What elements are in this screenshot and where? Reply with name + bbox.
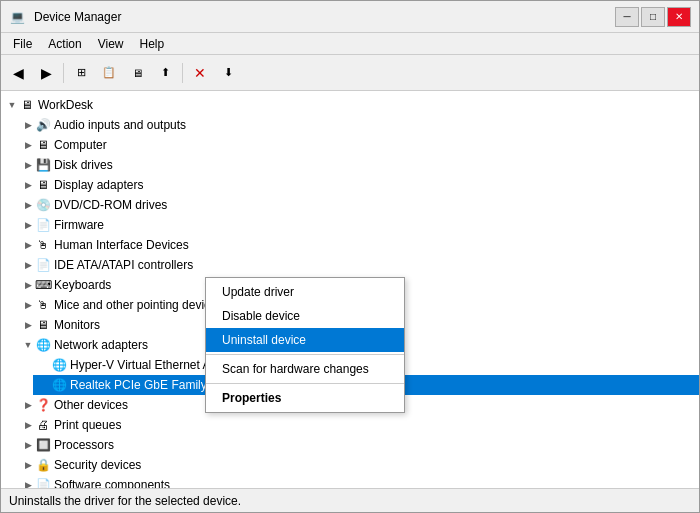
expander-other: ▶ (21, 398, 35, 412)
label-print: Print queues (54, 418, 121, 432)
close-button[interactable]: ✕ (667, 7, 691, 27)
tree-print[interactable]: ▶ 🖨 Print queues (17, 415, 699, 435)
tree-firmware[interactable]: ▶ 📄 Firmware (17, 215, 699, 235)
expander-keyboards: ▶ (21, 278, 35, 292)
expander-workdesk: ▼ (5, 98, 19, 112)
icon-workdesk: 🖥 (19, 97, 35, 113)
label-workdesk: WorkDesk (38, 98, 93, 112)
main-area: TheWindowsClub ▼ 🖥 WorkDesk ▶ 🔊 Audio in… (1, 91, 699, 488)
ctx-disable-device[interactable]: Disable device (206, 304, 404, 328)
icon-realtek: 🌐 (51, 377, 67, 393)
expander-security: ▶ (21, 458, 35, 472)
ctx-properties[interactable]: Properties (206, 386, 404, 410)
expander-processors: ▶ (21, 438, 35, 452)
icon-software-components: 📄 (35, 477, 51, 488)
toolbar-scan[interactable]: 🖥 (124, 60, 150, 86)
tree-workdesk[interactable]: ▼ 🖥 WorkDesk (1, 95, 699, 115)
icon-audio: 🔊 (35, 117, 51, 133)
icon-disk: 💾 (35, 157, 51, 173)
label-ide: IDE ATA/ATAPI controllers (54, 258, 193, 272)
icon-other: ❓ (35, 397, 51, 413)
toolbar-properties[interactable]: ⊞ (68, 60, 94, 86)
icon-keyboards: ⌨ (35, 277, 51, 293)
menu-action[interactable]: Action (40, 33, 89, 54)
expander-mice: ▶ (21, 298, 35, 312)
icon-computer: 🖥 (35, 137, 51, 153)
label-firmware: Firmware (54, 218, 104, 232)
tree-disk[interactable]: ▶ 💾 Disk drives (17, 155, 699, 175)
ctx-separator2 (206, 383, 404, 384)
toolbar-remove[interactable]: ✕ (187, 60, 213, 86)
icon-hid: 🖱 (35, 237, 51, 253)
label-monitors: Monitors (54, 318, 100, 332)
tree-security[interactable]: ▶ 🔒 Security devices (17, 455, 699, 475)
toolbar: ◀ ▶ ⊞ 📋 🖥 ⬆ ✕ ⬇ (1, 55, 699, 91)
label-computer: Computer (54, 138, 107, 152)
icon-display: 🖥 (35, 177, 51, 193)
expander-disk: ▶ (21, 158, 35, 172)
tree-dvd[interactable]: ▶ 💿 DVD/CD-ROM drives (17, 195, 699, 215)
label-mice: Mice and other pointing devices (54, 298, 223, 312)
icon-dvd: 💿 (35, 197, 51, 213)
status-bar: Uninstalls the driver for the selected d… (1, 488, 699, 512)
label-network: Network adapters (54, 338, 148, 352)
minimize-button[interactable]: ─ (615, 7, 639, 27)
label-security: Security devices (54, 458, 141, 472)
expander-hid: ▶ (21, 238, 35, 252)
maximize-button[interactable]: □ (641, 7, 665, 27)
window-title: Device Manager (34, 10, 121, 24)
menu-view[interactable]: View (90, 33, 132, 54)
label-keyboards: Keyboards (54, 278, 111, 292)
icon-mice: 🖱 (35, 297, 51, 313)
label-processors: Processors (54, 438, 114, 452)
toolbar-down[interactable]: ⬇ (215, 60, 241, 86)
ctx-separator (206, 354, 404, 355)
expander-ide: ▶ (21, 258, 35, 272)
toolbar-sep2 (182, 63, 183, 83)
tree-display[interactable]: ▶ 🖥 Display adapters (17, 175, 699, 195)
icon-firmware: 📄 (35, 217, 51, 233)
label-software-components: Software components (54, 478, 170, 488)
ctx-update-driver[interactable]: Update driver (206, 280, 404, 304)
expander-firmware: ▶ (21, 218, 35, 232)
toolbar-update[interactable]: 📋 (96, 60, 122, 86)
expander-dvd: ▶ (21, 198, 35, 212)
tree-processors[interactable]: ▶ 🔲 Processors (17, 435, 699, 455)
expander-audio: ▶ (21, 118, 35, 132)
label-audio: Audio inputs and outputs (54, 118, 186, 132)
expander-display: ▶ (21, 178, 35, 192)
icon-ide: 📄 (35, 257, 51, 273)
menu-bar: File Action View Help (1, 33, 699, 55)
menu-file[interactable]: File (5, 33, 40, 54)
expander-monitors: ▶ (21, 318, 35, 332)
tree-hid[interactable]: ▶ 🖱 Human Interface Devices (17, 235, 699, 255)
menu-help[interactable]: Help (132, 33, 173, 54)
toolbar-up[interactable]: ⬆ (152, 60, 178, 86)
expander-network: ▼ (21, 338, 35, 352)
icon-print: 🖨 (35, 417, 51, 433)
icon-hyper: 🌐 (51, 357, 67, 373)
window-icon: 💻 (9, 9, 25, 25)
expander-computer: ▶ (21, 138, 35, 152)
icon-network: 🌐 (35, 337, 51, 353)
tree-ide[interactable]: ▶ 📄 IDE ATA/ATAPI controllers (17, 255, 699, 275)
toolbar-back[interactable]: ◀ (5, 60, 31, 86)
status-text: Uninstalls the driver for the selected d… (9, 494, 241, 508)
ctx-scan-changes[interactable]: Scan for hardware changes (206, 357, 404, 381)
expander-print: ▶ (21, 418, 35, 432)
tree-pane[interactable]: TheWindowsClub ▼ 🖥 WorkDesk ▶ 🔊 Audio in… (1, 91, 699, 488)
tree-software-components[interactable]: ▶ 📄 Software components (17, 475, 699, 488)
tree-audio[interactable]: ▶ 🔊 Audio inputs and outputs (17, 115, 699, 135)
toolbar-sep1 (63, 63, 64, 83)
tree-computer[interactable]: ▶ 🖥 Computer (17, 135, 699, 155)
device-manager-window: 💻 Device Manager ─ □ ✕ File Action View … (0, 0, 700, 513)
label-other: Other devices (54, 398, 128, 412)
expander-software-components: ▶ (21, 478, 35, 488)
label-display: Display adapters (54, 178, 143, 192)
title-bar-left: 💻 Device Manager (9, 9, 121, 25)
ctx-uninstall-device[interactable]: Uninstall device (206, 328, 404, 352)
icon-processors: 🔲 (35, 437, 51, 453)
toolbar-forward[interactable]: ▶ (33, 60, 59, 86)
icon-security: 🔒 (35, 457, 51, 473)
label-hid: Human Interface Devices (54, 238, 189, 252)
